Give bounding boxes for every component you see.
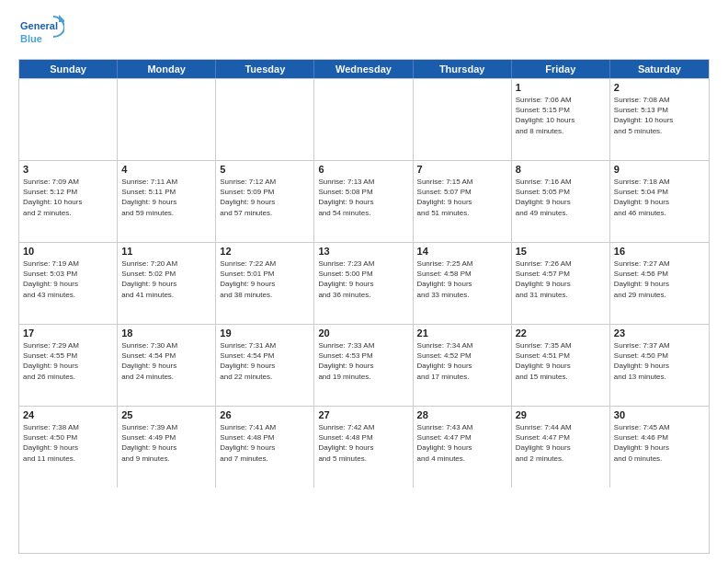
day-info: Sunrise: 7:19 AM Sunset: 5:03 PM Dayligh… xyxy=(23,259,113,300)
calendar-header: SundayMondayTuesdayWednesdayThursdayFrid… xyxy=(19,60,709,78)
calendar-row: 17Sunrise: 7:29 AM Sunset: 4:55 PM Dayli… xyxy=(19,324,709,406)
calendar-day: 9Sunrise: 7:18 AM Sunset: 5:04 PM Daylig… xyxy=(610,161,709,242)
calendar-row: 1Sunrise: 7:06 AM Sunset: 5:15 PM Daylig… xyxy=(19,78,709,160)
day-info: Sunrise: 7:12 AM Sunset: 5:09 PM Dayligh… xyxy=(220,177,310,218)
logo: General Blue xyxy=(18,15,64,52)
day-number: 29 xyxy=(516,409,606,420)
day-info: Sunrise: 7:08 AM Sunset: 5:13 PM Dayligh… xyxy=(614,95,705,136)
calendar-day: 3Sunrise: 7:09 AM Sunset: 5:12 PM Daylig… xyxy=(19,161,118,242)
day-info: Sunrise: 7:16 AM Sunset: 5:05 PM Dayligh… xyxy=(516,177,606,218)
calendar-day: 12Sunrise: 7:22 AM Sunset: 5:01 PM Dayli… xyxy=(216,243,314,324)
calendar-empty xyxy=(414,79,512,160)
calendar-row: 3Sunrise: 7:09 AM Sunset: 5:12 PM Daylig… xyxy=(19,160,709,242)
calendar-day: 29Sunrise: 7:44 AM Sunset: 4:47 PM Dayli… xyxy=(512,407,610,488)
day-number: 6 xyxy=(318,164,408,175)
day-info: Sunrise: 7:34 AM Sunset: 4:52 PM Dayligh… xyxy=(417,340,507,382)
calendar-empty xyxy=(19,79,118,160)
day-info: Sunrise: 7:23 AM Sunset: 5:00 PM Dayligh… xyxy=(318,259,408,300)
calendar-day: 6Sunrise: 7:13 AM Sunset: 5:08 PM Daylig… xyxy=(314,161,413,242)
day-info: Sunrise: 7:31 AM Sunset: 4:54 PM Dayligh… xyxy=(220,340,310,382)
day-number: 27 xyxy=(318,409,408,420)
calendar-day: 17Sunrise: 7:29 AM Sunset: 4:55 PM Dayli… xyxy=(19,325,118,406)
day-info: Sunrise: 7:44 AM Sunset: 4:47 PM Dayligh… xyxy=(516,422,606,464)
calendar-row: 24Sunrise: 7:38 AM Sunset: 4:50 PM Dayli… xyxy=(19,406,709,488)
calendar-day: 2Sunrise: 7:08 AM Sunset: 5:13 PM Daylig… xyxy=(610,79,709,160)
day-number: 10 xyxy=(23,246,113,257)
day-number: 19 xyxy=(220,327,310,339)
day-info: Sunrise: 7:38 AM Sunset: 4:50 PM Dayligh… xyxy=(23,422,113,464)
calendar-day: 19Sunrise: 7:31 AM Sunset: 4:54 PM Dayli… xyxy=(216,325,314,406)
day-number: 25 xyxy=(121,409,211,420)
calendar-day: 14Sunrise: 7:25 AM Sunset: 4:58 PM Dayli… xyxy=(414,243,512,324)
calendar-day: 21Sunrise: 7:34 AM Sunset: 4:52 PM Dayli… xyxy=(414,325,512,406)
day-info: Sunrise: 7:30 AM Sunset: 4:54 PM Dayligh… xyxy=(121,340,211,382)
logo-icon: General Blue xyxy=(18,15,64,52)
day-info: Sunrise: 7:27 AM Sunset: 4:56 PM Dayligh… xyxy=(614,259,705,300)
calendar-empty xyxy=(118,79,216,160)
day-number: 7 xyxy=(417,164,507,175)
day-number: 14 xyxy=(417,246,507,257)
day-info: Sunrise: 7:25 AM Sunset: 4:58 PM Dayligh… xyxy=(417,259,507,300)
calendar-day: 27Sunrise: 7:42 AM Sunset: 4:48 PM Dayli… xyxy=(314,407,413,488)
calendar-day: 28Sunrise: 7:43 AM Sunset: 4:47 PM Dayli… xyxy=(414,407,512,488)
weekday-header: Monday xyxy=(118,60,216,78)
calendar-day: 15Sunrise: 7:26 AM Sunset: 4:57 PM Dayli… xyxy=(512,243,610,324)
day-number: 24 xyxy=(23,409,113,420)
calendar-day: 4Sunrise: 7:11 AM Sunset: 5:11 PM Daylig… xyxy=(118,161,216,242)
calendar-day: 30Sunrise: 7:45 AM Sunset: 4:46 PM Dayli… xyxy=(610,407,709,488)
day-info: Sunrise: 7:42 AM Sunset: 4:48 PM Dayligh… xyxy=(318,422,408,464)
weekday-header: Tuesday xyxy=(216,60,314,78)
day-info: Sunrise: 7:18 AM Sunset: 5:04 PM Dayligh… xyxy=(614,177,705,218)
day-number: 2 xyxy=(614,82,705,93)
day-number: 15 xyxy=(516,246,606,257)
day-info: Sunrise: 7:33 AM Sunset: 4:53 PM Dayligh… xyxy=(318,340,408,382)
calendar-day: 20Sunrise: 7:33 AM Sunset: 4:53 PM Dayli… xyxy=(314,325,413,406)
calendar-empty xyxy=(314,79,413,160)
day-info: Sunrise: 7:39 AM Sunset: 4:49 PM Dayligh… xyxy=(121,422,211,464)
day-number: 30 xyxy=(614,409,705,420)
weekday-header: Saturday xyxy=(610,60,709,78)
day-info: Sunrise: 7:11 AM Sunset: 5:11 PM Dayligh… xyxy=(121,177,211,218)
day-info: Sunrise: 7:37 AM Sunset: 4:50 PM Dayligh… xyxy=(614,340,705,382)
calendar-day: 10Sunrise: 7:19 AM Sunset: 5:03 PM Dayli… xyxy=(19,243,118,324)
calendar-day: 8Sunrise: 7:16 AM Sunset: 5:05 PM Daylig… xyxy=(512,161,610,242)
day-number: 5 xyxy=(220,164,310,175)
weekday-header: Wednesday xyxy=(314,60,413,78)
calendar-day: 18Sunrise: 7:30 AM Sunset: 4:54 PM Dayli… xyxy=(118,325,216,406)
header: General Blue xyxy=(18,15,710,52)
day-info: Sunrise: 7:45 AM Sunset: 4:46 PM Dayligh… xyxy=(614,422,705,464)
calendar: SundayMondayTuesdayWednesdayThursdayFrid… xyxy=(18,59,710,554)
weekday-header: Friday xyxy=(512,60,610,78)
calendar-empty xyxy=(216,79,314,160)
day-info: Sunrise: 7:41 AM Sunset: 4:48 PM Dayligh… xyxy=(220,422,310,464)
day-number: 21 xyxy=(417,327,507,339)
day-number: 22 xyxy=(516,327,606,339)
day-number: 26 xyxy=(220,409,310,420)
day-number: 18 xyxy=(121,327,211,339)
day-info: Sunrise: 7:06 AM Sunset: 5:15 PM Dayligh… xyxy=(516,95,606,136)
day-number: 16 xyxy=(614,246,705,257)
weekday-header: Sunday xyxy=(19,60,118,78)
day-number: 20 xyxy=(318,327,408,339)
page: General Blue SundayMondayTuesdayWednesda… xyxy=(0,0,728,563)
day-number: 9 xyxy=(614,164,705,175)
calendar-day: 16Sunrise: 7:27 AM Sunset: 4:56 PM Dayli… xyxy=(610,243,709,324)
day-number: 4 xyxy=(121,164,211,175)
day-number: 17 xyxy=(23,327,113,339)
calendar-day: 22Sunrise: 7:35 AM Sunset: 4:51 PM Dayli… xyxy=(512,325,610,406)
calendar-day: 24Sunrise: 7:38 AM Sunset: 4:50 PM Dayli… xyxy=(19,407,118,488)
day-number: 12 xyxy=(220,246,310,257)
calendar-day: 25Sunrise: 7:39 AM Sunset: 4:49 PM Dayli… xyxy=(118,407,216,488)
day-info: Sunrise: 7:15 AM Sunset: 5:07 PM Dayligh… xyxy=(417,177,507,218)
day-number: 3 xyxy=(23,164,113,175)
day-number: 23 xyxy=(614,327,705,339)
svg-text:Blue: Blue xyxy=(20,33,42,44)
day-info: Sunrise: 7:20 AM Sunset: 5:02 PM Dayligh… xyxy=(121,259,211,300)
calendar-day: 11Sunrise: 7:20 AM Sunset: 5:02 PM Dayli… xyxy=(118,243,216,324)
day-info: Sunrise: 7:43 AM Sunset: 4:47 PM Dayligh… xyxy=(417,422,507,464)
calendar-row: 10Sunrise: 7:19 AM Sunset: 5:03 PM Dayli… xyxy=(19,242,709,324)
calendar-day: 1Sunrise: 7:06 AM Sunset: 5:15 PM Daylig… xyxy=(512,79,610,160)
day-number: 11 xyxy=(121,246,211,257)
svg-text:General: General xyxy=(20,20,58,31)
day-number: 8 xyxy=(516,164,606,175)
